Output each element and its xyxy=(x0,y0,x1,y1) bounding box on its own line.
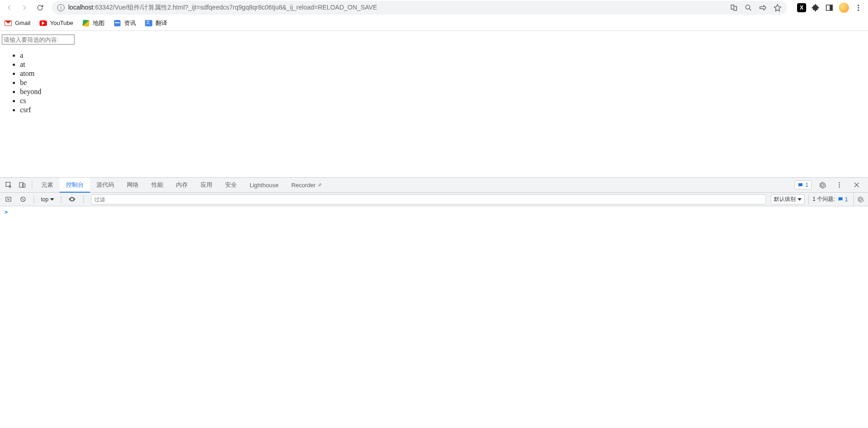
devtools-tab[interactable]: 控制台 xyxy=(60,178,90,193)
svg-point-3 xyxy=(858,5,859,6)
youtube-icon xyxy=(40,20,47,26)
profile-avatar[interactable] xyxy=(839,3,849,13)
devtools-tab[interactable]: 性能 xyxy=(145,178,170,192)
site-info-icon[interactable]: i xyxy=(57,4,65,11)
svg-rect-2 xyxy=(830,5,833,10)
svg-rect-12 xyxy=(5,197,10,201)
svg-point-5 xyxy=(858,10,859,11)
devtools-tabbar: 元素控制台源代码网络性能内存应用安全LighthouseRecorder 1 xyxy=(0,178,868,193)
console-sidebar-toggle-icon[interactable] xyxy=(2,193,15,206)
pin-icon xyxy=(317,183,322,187)
list-item: at xyxy=(20,60,866,69)
bookmark-translate[interactable]: 翻译 xyxy=(145,19,167,27)
bookmark-youtube[interactable]: YouTube xyxy=(40,20,73,27)
url-text: localhost:63342/Vue/组件/计算属性2.html?_ijt=s… xyxy=(68,4,377,12)
devtools-tab[interactable]: Recorder xyxy=(285,178,328,192)
side-panel-icon[interactable] xyxy=(825,4,833,12)
browser-toolbar: i localhost:63342/Vue/组件/计算属性2.html?_ijt… xyxy=(0,0,868,15)
devtools-close-icon[interactable] xyxy=(850,178,863,192)
reload-button[interactable] xyxy=(34,1,46,14)
svg-point-0 xyxy=(746,5,750,9)
share-icon[interactable] xyxy=(759,4,767,12)
clear-console-icon[interactable] xyxy=(16,193,29,206)
address-bar[interactable]: i localhost:63342/Vue/组件/计算属性2.html?_ijt… xyxy=(52,1,787,15)
chat-icon xyxy=(838,196,843,202)
list-item: csrf xyxy=(20,105,866,114)
devtools-tab[interactable]: 应用 xyxy=(194,178,219,192)
list-item: cs xyxy=(20,96,866,105)
chevron-down-icon xyxy=(798,198,802,201)
star-icon[interactable] xyxy=(773,4,782,12)
translate-icon[interactable] xyxy=(730,4,738,12)
devtools-tab[interactable]: Lighthouse xyxy=(243,178,285,192)
console-body[interactable]: > xyxy=(0,206,868,428)
bookmark-gmail[interactable]: Gmail xyxy=(5,20,30,27)
bookmark-maps[interactable]: 地图 xyxy=(82,19,105,27)
live-expression-icon[interactable] xyxy=(66,193,79,206)
svg-point-9 xyxy=(839,182,840,184)
page-body: aatatombebeyondcscsrf xyxy=(0,31,868,177)
list-item: atom xyxy=(20,69,866,78)
bookmark-news[interactable]: 资讯 xyxy=(114,19,136,27)
console-filter-input[interactable] xyxy=(91,194,766,204)
devtools-settings-icon[interactable] xyxy=(815,178,829,192)
bookmark-label: 资讯 xyxy=(124,19,136,27)
list-item: be xyxy=(20,78,866,87)
list-item: beyond xyxy=(20,87,866,96)
bookmark-label: YouTube xyxy=(50,20,73,26)
extensions-icon[interactable] xyxy=(812,4,820,12)
chevron-down-icon xyxy=(50,198,54,201)
console-prompt: > xyxy=(5,209,8,215)
devtools-tab[interactable]: 源代码 xyxy=(90,178,120,192)
issues-label: 1 个问题: xyxy=(813,195,835,203)
issues-badge[interactable]: 1 xyxy=(794,180,812,189)
inspect-element-icon[interactable] xyxy=(2,178,15,192)
console-issues[interactable]: 1 个问题: 1 xyxy=(808,194,852,204)
svg-point-11 xyxy=(839,186,840,188)
gmail-icon xyxy=(5,20,12,26)
svg-point-4 xyxy=(858,7,859,9)
item-list: aatatombebeyondcscsrf xyxy=(2,51,866,114)
back-button[interactable] xyxy=(3,1,15,14)
device-mode-icon[interactable] xyxy=(15,178,29,192)
devtools: 元素控制台源代码网络性能内存应用安全LighthouseRecorder 1 xyxy=(0,177,868,428)
devtools-tab[interactable]: 网络 xyxy=(120,178,145,192)
translate-bookmark-icon xyxy=(145,20,152,26)
chrome-menu-icon[interactable] xyxy=(854,4,863,12)
bookmark-label: 地图 xyxy=(93,19,105,27)
svg-point-10 xyxy=(839,184,840,186)
console-context-select[interactable]: top xyxy=(39,194,56,204)
bookmark-label: Gmail xyxy=(15,20,30,26)
devtools-tab[interactable]: 内存 xyxy=(170,178,194,192)
news-icon xyxy=(114,20,120,26)
console-settings-icon[interactable] xyxy=(853,193,866,206)
console-level-select[interactable]: 默认级别 xyxy=(771,194,805,204)
toolbar-right: X xyxy=(793,3,865,13)
console-toolbar: top 默认级别 1 个问题: 1 xyxy=(0,193,868,206)
devtools-tab[interactable]: 元素 xyxy=(35,178,60,192)
bookmark-label: 翻译 xyxy=(156,19,167,27)
extension-x-icon[interactable]: X xyxy=(797,3,806,12)
devtools-more-icon[interactable] xyxy=(833,178,846,192)
filter-input[interactable] xyxy=(2,35,75,45)
zoom-icon[interactable] xyxy=(744,4,753,12)
maps-icon xyxy=(82,20,89,26)
forward-button[interactable] xyxy=(18,1,31,14)
list-item: a xyxy=(20,51,866,60)
bookmarks-bar: Gmail YouTube 地图 资讯 翻译 xyxy=(0,15,868,31)
devtools-tab[interactable]: 安全 xyxy=(219,178,243,192)
